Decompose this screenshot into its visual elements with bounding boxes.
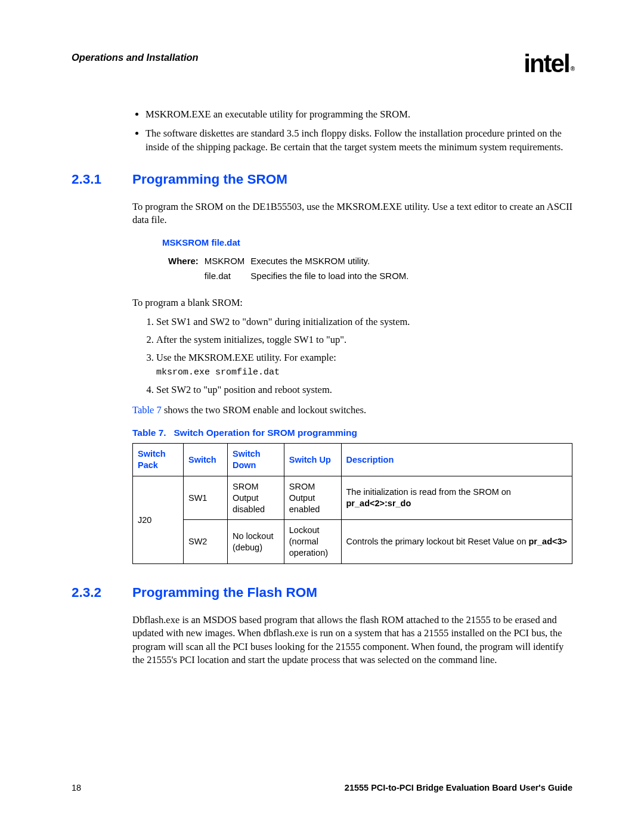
cell-description: The initialization is read from the SROM… bbox=[341, 476, 572, 520]
where-desc: Specifies the file to load into the SROM… bbox=[250, 268, 414, 283]
paragraph: Dbflash.exe is an MSDOS based program th… bbox=[132, 614, 572, 667]
cell-down: No lockout (debug) bbox=[228, 520, 284, 564]
list-item: Set SW1 and SW2 to "down" during initial… bbox=[156, 315, 572, 329]
paragraph: To program a blank SROM: bbox=[132, 296, 572, 309]
where-term: MSKROM bbox=[205, 253, 251, 268]
where-desc: Executes the MSKROM utility. bbox=[250, 253, 414, 268]
section-heading-232: 2.3.2 Programming the Flash ROM bbox=[72, 585, 572, 600]
page-number: 18 bbox=[72, 783, 81, 792]
page-footer: 18 21555 PCI-to-PCI Bridge Evaluation Bo… bbox=[72, 783, 572, 792]
section-number: 2.3.1 bbox=[72, 172, 132, 187]
paragraph: Table 7 shows the two SROM enable and lo… bbox=[132, 404, 572, 417]
running-header: Operations and Installation bbox=[72, 49, 199, 63]
logo-mark: ® bbox=[571, 66, 574, 72]
cell-switch: SW1 bbox=[183, 476, 227, 520]
list-item: Use the MKSROM.EXE utility. For example:… bbox=[156, 351, 572, 379]
table-caption-title: Switch Operation for SROM programming bbox=[174, 428, 357, 438]
col-header: Switch Pack bbox=[133, 444, 184, 476]
col-header: Switch bbox=[183, 444, 227, 476]
list-item: The software diskettes are standard 3.5 … bbox=[145, 127, 572, 154]
page-header: Operations and Installation intel® bbox=[72, 49, 572, 78]
section-title: Programming the Flash ROM bbox=[132, 585, 317, 600]
code-example: mksrom.exe sromfile.dat bbox=[156, 367, 280, 377]
switch-operation-table: Switch Pack Switch Switch Down Switch Up… bbox=[132, 443, 572, 564]
list-item: MSKROM.EXE an executable utility for pro… bbox=[145, 108, 572, 121]
table-row: J20 SW1 SROM Output disabled SROM Output… bbox=[133, 476, 572, 520]
intro-bullet-list: MSKROM.EXE an executable utility for pro… bbox=[132, 108, 572, 154]
steps-list: Set SW1 and SW2 to "down" during initial… bbox=[132, 315, 572, 397]
cell-description: Controls the primary lockout bit Reset V… bbox=[341, 520, 572, 564]
table-cross-reference[interactable]: Table 7 bbox=[132, 404, 162, 416]
table-caption-number: Table 7. bbox=[132, 428, 166, 438]
where-label: Where: bbox=[168, 253, 205, 268]
table-row: Where: MSKROM Executes the MSKROM utilit… bbox=[168, 253, 414, 268]
logo-text: intel bbox=[524, 49, 569, 78]
paragraph: To program the SROM on the DE1B55503, us… bbox=[132, 200, 572, 227]
table-caption: Table 7. Switch Operation for SROM progr… bbox=[132, 428, 572, 438]
table-row: SW2 No lockout (debug) Lockout (normal o… bbox=[133, 520, 572, 564]
where-table: Where: MSKROM Executes the MSKROM utilit… bbox=[168, 253, 414, 283]
table-row: file.dat Specifies the file to load into… bbox=[168, 268, 414, 283]
where-term: file.dat bbox=[205, 268, 251, 283]
col-header: Switch Up bbox=[284, 444, 341, 476]
list-item: After the system initializes, toggle SW1… bbox=[156, 333, 572, 346]
command-syntax: MSKSROM file.dat bbox=[162, 237, 572, 247]
paragraph-text: shows the two SROM enable and lockout sw… bbox=[162, 404, 366, 416]
cell-up: Lockout (normal operation) bbox=[284, 520, 341, 564]
col-header: Switch Down bbox=[228, 444, 284, 476]
table-header-row: Switch Pack Switch Switch Down Switch Up… bbox=[133, 444, 572, 476]
step-text: Use the MKSROM.EXE utility. For example: bbox=[156, 352, 336, 363]
cell-switch-pack: J20 bbox=[133, 476, 184, 563]
cell-down: SROM Output disabled bbox=[228, 476, 284, 520]
section-number: 2.3.2 bbox=[72, 585, 132, 600]
document-title: 21555 PCI-to-PCI Bridge Evaluation Board… bbox=[345, 783, 572, 792]
section-title: Programming the SROM bbox=[132, 172, 287, 187]
list-item: Set SW2 to "up" position and reboot syst… bbox=[156, 383, 572, 397]
intel-logo: intel® bbox=[524, 49, 572, 78]
col-header: Description bbox=[341, 444, 572, 476]
cell-up: SROM Output enabled bbox=[284, 476, 341, 520]
section-heading-231: 2.3.1 Programming the SROM bbox=[72, 172, 572, 187]
cell-switch: SW2 bbox=[183, 520, 227, 564]
